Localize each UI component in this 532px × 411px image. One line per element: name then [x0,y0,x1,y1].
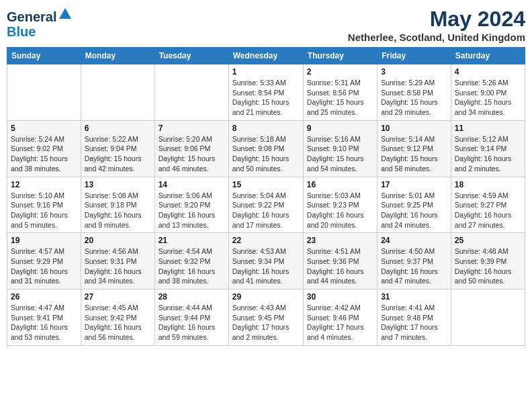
day-detail: Sunrise: 5:18 AMSunset: 9:08 PMDaylight:… [232,134,300,174]
day-detail: Sunrise: 5:29 AMSunset: 8:58 PMDaylight:… [381,78,447,118]
day-number: 25 [455,236,521,245]
day-number: 14 [159,180,225,189]
day-number: 8 [232,124,300,133]
day-cell: 13Sunrise: 5:08 AMSunset: 9:18 PMDayligh… [81,177,154,233]
day-detail: Sunrise: 4:47 AMSunset: 9:41 PMDaylight:… [11,303,77,342]
week-row-1: 1Sunrise: 5:33 AMSunset: 8:54 PMDaylight… [7,64,525,121]
logo-icon [58,7,73,21]
day-cell: 23Sunrise: 4:51 AMSunset: 9:36 PMDayligh… [303,233,377,289]
week-row-4: 19Sunrise: 4:57 AMSunset: 9:29 PMDayligh… [7,233,525,289]
month-title: May 2024 [348,7,525,32]
day-detail: Sunrise: 4:57 AMSunset: 9:29 PMDaylight:… [11,246,77,286]
day-number: 9 [307,124,373,133]
day-cell [81,64,154,121]
day-detail: Sunrise: 5:12 AMSunset: 9:14 PMDaylight:… [455,134,521,174]
day-detail: Sunrise: 5:06 AMSunset: 9:20 PMDaylight:… [159,191,225,230]
day-detail: Sunrise: 5:03 AMSunset: 9:23 PMDaylight:… [307,191,373,230]
day-cell: 27Sunrise: 4:45 AMSunset: 9:42 PMDayligh… [81,289,154,346]
page-header: General Blue May 2024 Netherlee, Scotlan… [7,7,525,43]
day-cell: 15Sunrise: 5:04 AMSunset: 9:22 PMDayligh… [228,177,303,233]
day-detail: Sunrise: 5:20 AMSunset: 9:06 PMDaylight:… [159,134,225,174]
header-cell-sunday: Sunday [7,48,81,64]
calendar-body: 1Sunrise: 5:33 AMSunset: 8:54 PMDaylight… [7,64,525,346]
day-cell [451,289,525,346]
day-detail: Sunrise: 5:22 AMSunset: 9:04 PMDaylight:… [85,134,151,174]
logo-blue: Blue [7,24,36,39]
day-number: 21 [159,236,225,245]
day-number: 2 [307,67,373,77]
location-title: Netherlee, Scotland, United Kingdom [348,32,525,43]
day-cell: 18Sunrise: 4:59 AMSunset: 9:27 PMDayligh… [451,177,525,233]
day-detail: Sunrise: 5:04 AMSunset: 9:22 PMDaylight:… [232,191,300,230]
day-number: 4 [455,67,521,77]
day-detail: Sunrise: 4:51 AMSunset: 9:36 PMDaylight:… [307,246,373,286]
day-number: 30 [307,292,373,302]
day-number: 20 [85,236,151,245]
day-cell: 14Sunrise: 5:06 AMSunset: 9:20 PMDayligh… [154,177,228,233]
day-detail: Sunrise: 5:31 AMSunset: 8:56 PMDaylight:… [307,78,373,118]
day-cell: 19Sunrise: 4:57 AMSunset: 9:29 PMDayligh… [7,233,81,289]
day-number: 1 [232,67,300,77]
day-cell: 12Sunrise: 5:10 AMSunset: 9:16 PMDayligh… [7,177,81,233]
day-cell [7,64,81,121]
day-cell: 4Sunrise: 5:26 AMSunset: 9:00 PMDaylight… [451,64,525,121]
day-cell: 24Sunrise: 4:50 AMSunset: 9:37 PMDayligh… [378,233,451,289]
day-detail: Sunrise: 4:45 AMSunset: 9:42 PMDaylight:… [85,303,151,342]
day-cell: 10Sunrise: 5:14 AMSunset: 9:12 PMDayligh… [378,120,451,177]
title-area: May 2024 Netherlee, Scotland, United Kin… [348,7,525,43]
day-cell: 17Sunrise: 5:01 AMSunset: 9:25 PMDayligh… [378,177,451,233]
header-cell-thursday: Thursday [303,48,377,64]
day-cell: 21Sunrise: 4:54 AMSunset: 9:32 PMDayligh… [154,233,228,289]
header-cell-friday: Friday [378,48,451,64]
logo: General Blue [7,7,73,39]
day-cell: 5Sunrise: 5:24 AMSunset: 9:02 PMDaylight… [7,120,81,177]
day-number: 12 [11,180,77,189]
day-cell: 1Sunrise: 5:33 AMSunset: 8:54 PMDaylight… [228,64,303,121]
day-cell: 8Sunrise: 5:18 AMSunset: 9:08 PMDaylight… [228,120,303,177]
day-detail: Sunrise: 5:10 AMSunset: 9:16 PMDaylight:… [11,191,77,230]
day-cell: 3Sunrise: 5:29 AMSunset: 8:58 PMDaylight… [378,64,451,121]
day-cell: 2Sunrise: 5:31 AMSunset: 8:56 PMDaylight… [303,64,377,121]
day-number: 10 [381,124,447,133]
day-cell: 30Sunrise: 4:42 AMSunset: 9:46 PMDayligh… [303,289,377,346]
day-number: 29 [232,292,300,302]
day-detail: Sunrise: 4:56 AMSunset: 9:31 PMDaylight:… [85,246,151,286]
day-cell: 9Sunrise: 5:16 AMSunset: 9:10 PMDaylight… [303,120,377,177]
day-number: 11 [455,124,521,133]
day-number: 17 [381,180,447,189]
day-number: 19 [11,236,77,245]
day-cell: 29Sunrise: 4:43 AMSunset: 9:45 PMDayligh… [228,289,303,346]
day-cell: 20Sunrise: 4:56 AMSunset: 9:31 PMDayligh… [81,233,154,289]
header-cell-tuesday: Tuesday [154,48,228,64]
day-number: 27 [85,292,151,302]
day-cell: 22Sunrise: 4:53 AMSunset: 9:34 PMDayligh… [228,233,303,289]
day-cell: 26Sunrise: 4:47 AMSunset: 9:41 PMDayligh… [7,289,81,346]
day-detail: Sunrise: 5:26 AMSunset: 9:00 PMDaylight:… [455,78,521,118]
day-number: 16 [307,180,373,189]
week-row-3: 12Sunrise: 5:10 AMSunset: 9:16 PMDayligh… [7,177,525,233]
day-cell: 6Sunrise: 5:22 AMSunset: 9:04 PMDaylight… [81,120,154,177]
logo-general: General [7,9,56,24]
day-cell: 28Sunrise: 4:44 AMSunset: 9:44 PMDayligh… [154,289,228,346]
header-cell-monday: Monday [81,48,154,64]
day-detail: Sunrise: 4:53 AMSunset: 9:34 PMDaylight:… [232,246,300,286]
day-cell: 25Sunrise: 4:48 AMSunset: 9:39 PMDayligh… [451,233,525,289]
day-detail: Sunrise: 5:16 AMSunset: 9:10 PMDaylight:… [307,134,373,174]
day-cell: 16Sunrise: 5:03 AMSunset: 9:23 PMDayligh… [303,177,377,233]
header-cell-saturday: Saturday [451,48,525,64]
day-detail: Sunrise: 5:33 AMSunset: 8:54 PMDaylight:… [232,78,300,118]
day-number: 7 [159,124,225,133]
day-number: 6 [85,124,151,133]
day-number: 5 [11,124,77,133]
day-cell: 7Sunrise: 5:20 AMSunset: 9:06 PMDaylight… [154,120,228,177]
week-row-5: 26Sunrise: 4:47 AMSunset: 9:41 PMDayligh… [7,289,525,346]
calendar-header: SundayMondayTuesdayWednesdayThursdayFrid… [7,48,525,64]
day-number: 13 [85,180,151,189]
day-detail: Sunrise: 5:08 AMSunset: 9:18 PMDaylight:… [85,191,151,230]
svg-marker-0 [59,8,71,19]
day-detail: Sunrise: 4:54 AMSunset: 9:32 PMDaylight:… [159,246,225,286]
header-row: SundayMondayTuesdayWednesdayThursdayFrid… [7,48,525,64]
day-cell: 31Sunrise: 4:41 AMSunset: 9:48 PMDayligh… [378,289,451,346]
calendar-table: SundayMondayTuesdayWednesdayThursdayFrid… [7,47,525,346]
week-row-2: 5Sunrise: 5:24 AMSunset: 9:02 PMDaylight… [7,120,525,177]
